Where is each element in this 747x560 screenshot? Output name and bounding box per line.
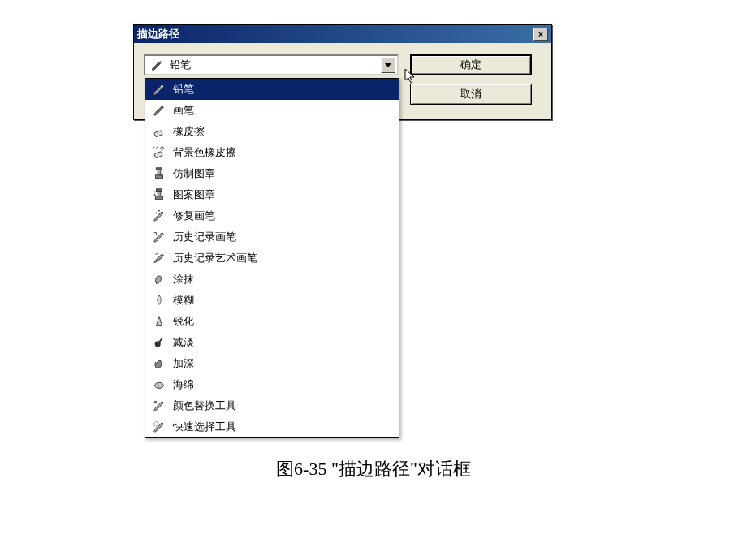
dropdown-item-label: 历史记录艺术画笔 bbox=[168, 251, 257, 265]
dropdown-item-label: 涂抹 bbox=[168, 272, 194, 286]
burn-icon bbox=[150, 355, 168, 373]
dropdown-item-label: 颜色替换工具 bbox=[168, 398, 236, 413]
dropdown-item-healing-brush[interactable]: 修复画笔 bbox=[145, 205, 399, 226]
dialog-titlebar[interactable]: 描边路径 × bbox=[134, 25, 551, 43]
dropdown-item-label: 仿制图章 bbox=[168, 166, 215, 181]
dropdown-item-label: 橡皮擦 bbox=[168, 124, 205, 139]
dropdown-item-label: 铅笔 bbox=[168, 82, 194, 97]
art-history-brush-icon bbox=[150, 249, 168, 267]
ok-button[interactable]: 确定 bbox=[410, 54, 532, 75]
dropdown-item-smudge[interactable]: 涂抹 bbox=[145, 269, 399, 290]
pattern-stamp-icon bbox=[150, 186, 168, 204]
dialog-buttons: 确定 取消 bbox=[410, 54, 532, 105]
dialog-title: 描边路径 bbox=[137, 25, 179, 43]
dropdown-item-dodge[interactable]: 减淡 bbox=[145, 332, 399, 353]
dropdown-item-burn[interactable]: 加深 bbox=[145, 353, 399, 374]
dropdown-item-sponge[interactable]: 海绵 bbox=[145, 374, 399, 395]
dropdown-item-art-history-brush[interactable]: 历史记录艺术画笔 bbox=[145, 248, 399, 269]
sharpen-icon bbox=[150, 312, 168, 330]
tool-select[interactable]: 铅笔 bbox=[144, 54, 399, 75]
close-button[interactable]: × bbox=[533, 28, 548, 41]
pencil-icon bbox=[150, 58, 165, 72]
dropdown-item-label: 锐化 bbox=[168, 314, 194, 329]
clone-stamp-icon bbox=[150, 165, 168, 183]
color-replace-icon bbox=[150, 397, 168, 415]
bg-eraser-icon bbox=[150, 144, 168, 162]
dropdown-item-pattern-stamp[interactable]: 图案图章 bbox=[145, 184, 399, 205]
dropdown-item-color-replace[interactable]: 颜色替换工具 bbox=[145, 395, 399, 416]
dropdown-item-label: 背景色橡皮擦 bbox=[168, 145, 236, 160]
cancel-button[interactable]: 取消 bbox=[410, 84, 532, 105]
dropdown-item-label: 历史记录画笔 bbox=[168, 230, 236, 244]
dropdown-item-brush[interactable]: 画笔 bbox=[145, 100, 399, 121]
dropdown-arrow-button[interactable] bbox=[381, 57, 395, 73]
dropdown-item-quick-select[interactable]: 快速选择工具 bbox=[145, 416, 399, 437]
tool-dropdown-list[interactable]: 铅笔画笔橡皮擦背景色橡皮擦仿制图章图案图章修复画笔历史记录画笔历史记录艺术画笔涂… bbox=[145, 78, 399, 438]
brush-icon bbox=[150, 101, 168, 119]
dropdown-item-sharpen[interactable]: 锐化 bbox=[145, 311, 399, 332]
smudge-icon bbox=[150, 270, 168, 288]
tool-select-value: 铅笔 bbox=[165, 58, 381, 72]
sponge-icon bbox=[150, 376, 168, 394]
dropdown-item-pencil[interactable]: 铅笔 bbox=[145, 79, 399, 100]
dropdown-item-label: 模糊 bbox=[168, 293, 194, 308]
dropdown-item-label: 图案图章 bbox=[168, 187, 215, 202]
dropdown-item-label: 加深 bbox=[168, 356, 194, 371]
dropdown-item-bg-eraser[interactable]: 背景色橡皮擦 bbox=[145, 142, 399, 163]
eraser-icon bbox=[150, 123, 168, 140]
dodge-icon bbox=[150, 334, 168, 351]
dropdown-item-history-brush[interactable]: 历史记录画笔 bbox=[145, 226, 399, 248]
dropdown-item-clone-stamp[interactable]: 仿制图章 bbox=[145, 163, 399, 184]
history-brush-icon bbox=[150, 228, 168, 246]
dropdown-item-label: 海绵 bbox=[168, 377, 194, 392]
blur-icon bbox=[150, 291, 168, 309]
dropdown-item-blur[interactable]: 模糊 bbox=[145, 290, 399, 311]
quick-select-icon bbox=[150, 418, 168, 436]
dropdown-item-label: 画笔 bbox=[168, 103, 194, 118]
pencil-icon bbox=[150, 80, 168, 98]
healing-brush-icon bbox=[150, 207, 168, 225]
dropdown-item-eraser[interactable]: 橡皮擦 bbox=[145, 121, 399, 142]
dropdown-item-label: 减淡 bbox=[168, 335, 194, 350]
dropdown-item-label: 快速选择工具 bbox=[168, 420, 236, 434]
figure-caption: 图6-35 "描边路径"对话框 bbox=[0, 457, 747, 481]
dropdown-item-label: 修复画笔 bbox=[168, 209, 215, 223]
